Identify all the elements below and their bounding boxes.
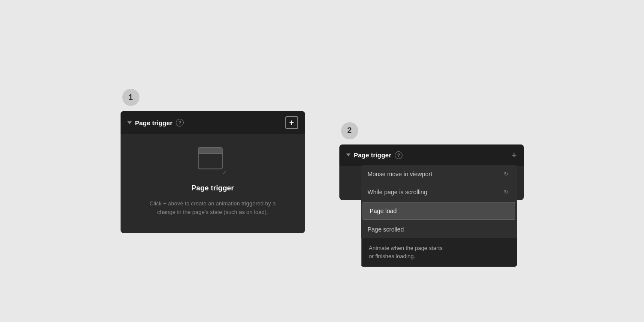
dropdown-item-label: Page scrolled [368, 226, 404, 233]
page-trigger-icon: ✓ [198, 147, 228, 177]
panel-2-header: Page trigger ? + [339, 144, 524, 166]
panel-1-title: Page trigger [135, 119, 173, 126]
panel-2-header-left: Page trigger ? [346, 151, 403, 159]
step-1-badge: 1 [122, 89, 139, 106]
dropdown-item-mouse-move[interactable]: Mouse move in viewport ↻ [361, 165, 517, 183]
panel-1-body-title: Page trigger [191, 184, 234, 193]
add-trigger-button[interactable]: + [285, 116, 298, 129]
dropdown-item-page-load[interactable]: Page load [363, 202, 515, 220]
panel-2-title: Page trigger [354, 151, 392, 159]
cycle-icon-1: ↻ [502, 170, 510, 178]
panel-1: Page trigger ? + ✓ Page trigger Click + … [121, 111, 305, 233]
dropdown-menu: Mouse move in viewport ↻ While page is s… [361, 165, 517, 267]
dropdown-item-page-scrolling[interactable]: While page is scrolling ↻ [361, 183, 517, 201]
browser-icon [198, 147, 223, 169]
dropdown-item-page-scrolled[interactable]: Page scrolled [361, 221, 517, 238]
dropdown-tooltip: Animate when the page startsor finishes … [361, 238, 517, 267]
step-2-wrapper: 2 Page trigger ? + Mouse move in viewpor… [339, 122, 524, 200]
dropdown-item-label: Mouse move in viewport [368, 171, 432, 178]
panel-1-header-left: Page trigger ? [127, 119, 184, 126]
cycle-icon-2: ↻ [502, 188, 510, 196]
dropdown-item-label: While page is scrolling [368, 189, 427, 196]
chevron-down-icon [127, 121, 132, 124]
panel-1-header: Page trigger ? + [121, 111, 305, 134]
chevron-down-icon-2 [346, 153, 351, 156]
check-badge-icon: ✓ [220, 168, 230, 177]
panel-1-body: ✓ Page trigger Click + above to create a… [121, 134, 305, 233]
panel-2: Page trigger ? + Mouse move in viewport … [339, 144, 524, 200]
step-1-wrapper: 1 Page trigger ? + ✓ Page trigger Click … [121, 89, 305, 233]
panel-1-body-desc: Click + above to create an animation tri… [148, 199, 277, 216]
step-2-badge: 2 [341, 122, 358, 139]
help-icon-2[interactable]: ? [395, 151, 402, 159]
help-icon[interactable]: ? [176, 119, 184, 126]
add-trigger-button-2[interactable]: + [511, 150, 517, 161]
dropdown-item-label: Page load [370, 208, 397, 214]
